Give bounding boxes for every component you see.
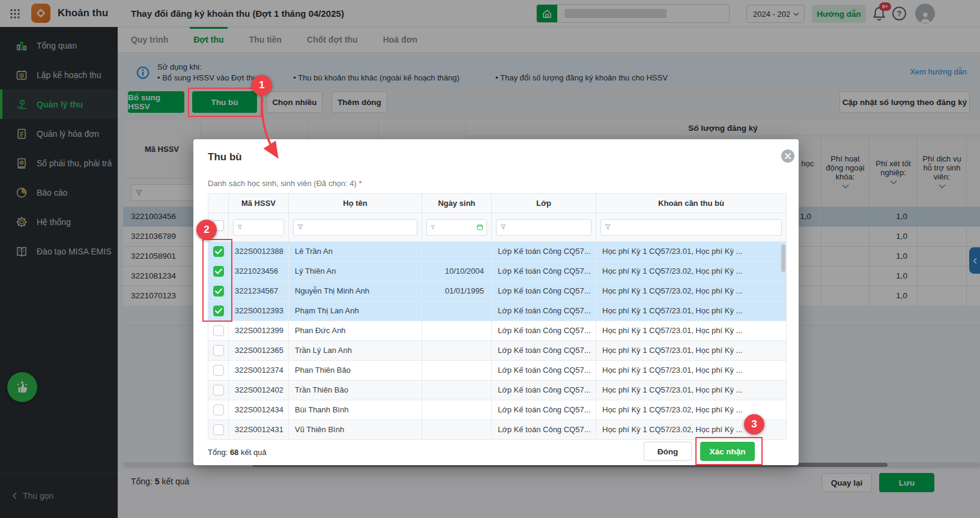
row-checkbox[interactable] (213, 424, 224, 435)
cell-khoan-can-thu-bu: Học phí Kỳ 1 CQ57/23.01, Học phí Kỳ ... (596, 381, 786, 400)
modal-row[interactable]: 322S0012393Phạm Thị Lan AnhLớp Kế toán C… (208, 301, 786, 321)
cell-ma-hssv: 322S0012434 (228, 400, 288, 420)
cell-ngay-sinh: 10/10/2004 (422, 262, 491, 281)
cell-ma-hssv: 322S0012374 (228, 361, 288, 380)
cell-khoan-can-thu-bu: Học phí Kỳ 1 CQ57/23.01, Học phí Kỳ ... (596, 341, 786, 360)
row-checkbox[interactable] (213, 325, 224, 336)
cell-ma-hssv: 322S0012393 (228, 301, 288, 321)
row-checkbox-cell (208, 400, 228, 420)
row-checkbox[interactable] (213, 365, 224, 376)
modal-table-body: 322S0012388Lê Trần AnLớp Kế toán Công CQ… (208, 242, 786, 440)
cell-ngay-sinh (422, 400, 491, 420)
cell-ho-ten: Bùi Thanh Bình (288, 400, 422, 420)
column-header-khoan-can-thu-bu[interactable]: Khoản cần thu bù (596, 194, 786, 212)
lop-filter-input[interactable] (496, 219, 591, 236)
modal-row[interactable]: 322S0012402Trần Thiên BảoLớp Kế toán Côn… (208, 381, 786, 400)
cell-ngay-sinh (422, 420, 491, 439)
cell-ngay-sinh (422, 321, 491, 340)
row-checkbox-cell (208, 341, 228, 360)
column-header-lop[interactable]: Lớp (491, 194, 596, 212)
calendar-icon (477, 223, 483, 232)
required-mark: * (358, 179, 361, 188)
cell-lop: Lớp Kế toán Công CQ57... (491, 282, 596, 301)
cell-ma-hssv: 3221023456 (228, 262, 288, 281)
modal-table-header: Mã HSSV Họ tên Ngày sinh Lớp Khoản cần t… (208, 194, 786, 213)
row-checkbox-cell (208, 361, 228, 380)
cell-ho-ten: Trần Thiên Bảo (288, 381, 422, 400)
ngay-sinh-filter-input[interactable] (426, 219, 487, 236)
column-header-ma-hssv[interactable]: Mã HSSV (228, 194, 288, 212)
modal-row[interactable]: 322S0012399Phan Đức AnhLớp Kế toán Công … (208, 321, 786, 341)
close-button[interactable]: Đóng (644, 442, 692, 461)
cell-ma-hssv: 322S0012402 (228, 381, 288, 400)
cell-ho-ten: Phạm Thị Lan Anh (288, 301, 422, 321)
row-checkbox[interactable] (213, 385, 224, 396)
cell-ho-ten: Nguyễn Thị Minh Anh (288, 282, 422, 301)
cell-lop: Lớp Kế toán Công CQ57... (491, 400, 596, 420)
cell-khoan-can-thu-bu: Học phí Kỳ 1 CQ57/23.02, Học phí Kỳ ... (596, 282, 786, 301)
modal-list-label: Danh sách học sinh, sinh viên (Đã chọn: … (208, 179, 362, 188)
cell-ho-ten: Lý Thiên An (288, 262, 422, 281)
cell-ho-ten: Trần Lý Lan Anh (288, 341, 422, 360)
cell-khoan-can-thu-bu: Học phí Kỳ 1 CQ57/23.01, Học phí Kỳ ... (596, 321, 786, 340)
row-checkbox[interactable] (213, 345, 224, 356)
cell-ngay-sinh (422, 242, 491, 261)
cell-ngay-sinh (422, 341, 491, 360)
column-header-ngay-sinh[interactable]: Ngày sinh (422, 194, 491, 212)
filter-icon (431, 224, 435, 230)
filter-icon (297, 224, 303, 230)
cell-khoan-can-thu-bu: Học phí Kỳ 1 CQ57/23.01, Học phí Kỳ ... (596, 301, 786, 321)
filter-icon (237, 224, 243, 230)
column-header-ho-ten[interactable]: Họ tên (288, 194, 422, 212)
cell-lop: Lớp Kế toán Công CQ57... (491, 262, 596, 281)
cell-lop: Lớp Kế toán Công CQ57... (491, 341, 596, 360)
annotation-box-step1 (188, 88, 262, 117)
cell-lop: Lớp Kế toán Công CQ57... (491, 321, 596, 340)
ma-hssv-filter-input[interactable] (233, 219, 284, 236)
ho-ten-filter-input[interactable] (293, 219, 417, 236)
cell-ho-ten: Vũ Thiên Bình (288, 420, 422, 439)
cell-ma-hssv: 3221234567 (228, 282, 288, 301)
row-checkbox-cell (208, 321, 228, 340)
modal-total: Tổng: 68 kết quả (208, 448, 267, 457)
annotation-step-3: 3 (744, 414, 764, 435)
cell-lop: Lớp Kế toán Công CQ57... (491, 301, 596, 321)
cell-ho-ten: Phan Thiên Bảo (288, 361, 422, 380)
modal-filter-row (208, 213, 786, 242)
cell-ma-hssv: 322S0012399 (228, 321, 288, 340)
row-checkbox-cell (208, 420, 228, 439)
vertical-scrollbar-thumb[interactable] (781, 244, 785, 272)
modal-row[interactable]: 3221023456Lý Thiên An10/10/2004Lớp Kế to… (208, 262, 786, 282)
thu-bu-modal: Thu bù Danh sách học sinh, sinh viên (Đã… (193, 139, 799, 465)
modal-row[interactable]: 3221234567Nguyễn Thị Minh Anh01/01/1995L… (208, 282, 786, 301)
cell-khoan-can-thu-bu: Học phí Kỳ 1 CQ57/23.01, Học phí Kỳ ... (596, 361, 786, 380)
modal-row[interactable]: 322S0012365Trần Lý Lan AnhLớp Kế toán Cô… (208, 341, 786, 361)
cell-ngay-sinh: 01/01/1995 (422, 282, 491, 301)
khoan-filter-input[interactable] (600, 219, 782, 236)
cell-ngay-sinh (422, 301, 491, 321)
column-header-checkbox (208, 194, 228, 212)
cell-ngay-sinh (422, 381, 491, 400)
row-checkbox-cell (208, 381, 228, 400)
annotation-step-2: 2 (196, 220, 217, 240)
modal-row[interactable]: 322S0012434Bùi Thanh BìnhLớp Kế toán Côn… (208, 400, 786, 420)
annotation-box-step2 (202, 239, 232, 322)
cell-ho-ten: Lê Trần An (288, 242, 422, 261)
row-checkbox[interactable] (213, 405, 224, 415)
modal-table: Mã HSSV Họ tên Ngày sinh Lớp Khoản cần t… (208, 193, 787, 439)
annotation-step-1: 1 (252, 75, 272, 95)
filter-icon (500, 224, 506, 230)
cell-ma-hssv: 322S0012365 (228, 341, 288, 360)
cell-ngay-sinh (422, 361, 491, 380)
annotation-box-step3 (695, 437, 763, 465)
modal-title: Thu bù (208, 151, 242, 163)
cell-lop: Lớp Kế toán Công CQ57... (491, 361, 596, 380)
cell-lop: Lớp Kế toán Công CQ57... (491, 242, 596, 261)
cell-ma-hssv: 322S0012388 (228, 242, 288, 261)
cell-ho-ten: Phan Đức Anh (288, 321, 422, 340)
modal-row[interactable]: 322S0012388Lê Trần AnLớp Kế toán Công CQ… (208, 242, 786, 262)
close-icon[interactable] (781, 149, 794, 163)
cell-khoan-can-thu-bu: Học phí Kỳ 1 CQ57/23.02, Học phí Kỳ ... (596, 262, 786, 281)
filter-icon (605, 224, 611, 230)
modal-row[interactable]: 322S0012374Phan Thiên BảoLớp Kế toán Côn… (208, 361, 786, 381)
